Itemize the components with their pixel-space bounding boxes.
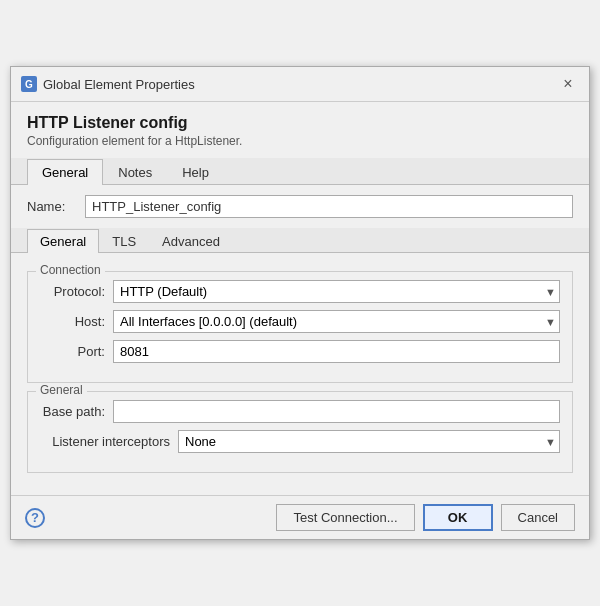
host-row: Host: All Interfaces [0.0.0.0] (default)…: [40, 310, 560, 333]
listener-interceptors-select-wrapper: None ▼: [178, 430, 560, 453]
listener-interceptors-label: Listener interceptors: [40, 434, 170, 449]
dialog-footer: ? Test Connection... OK Cancel: [11, 495, 589, 539]
base-path-label: Base path:: [40, 404, 105, 419]
dialog-subtitle: Configuration element for a HttpListener…: [27, 134, 573, 148]
dialog-heading: HTTP Listener config: [27, 114, 573, 132]
port-row: Port:: [40, 340, 560, 363]
host-select[interactable]: All Interfaces [0.0.0.0] (default): [113, 310, 560, 333]
inner-tab-advanced[interactable]: Advanced: [149, 229, 233, 253]
title-bar-text: Global Element Properties: [43, 77, 195, 92]
listener-interceptors-row: Listener interceptors None ▼: [40, 430, 560, 453]
footer-right: Test Connection... OK Cancel: [276, 504, 575, 531]
protocol-label: Protocol:: [40, 284, 105, 299]
port-label: Port:: [40, 344, 105, 359]
port-input[interactable]: [113, 340, 560, 363]
protocol-row: Protocol: HTTP (Default) ▼: [40, 280, 560, 303]
app-icon: G: [21, 76, 37, 92]
tab-notes[interactable]: Notes: [103, 159, 167, 185]
close-button[interactable]: ×: [557, 73, 579, 95]
help-icon-button[interactable]: ?: [25, 508, 45, 528]
tab-help[interactable]: Help: [167, 159, 224, 185]
protocol-select-wrapper: HTTP (Default) ▼: [113, 280, 560, 303]
host-label: Host:: [40, 314, 105, 329]
inner-tab-bar: General TLS Advanced: [11, 228, 589, 253]
footer-left: ?: [25, 508, 45, 528]
base-path-row: Base path:: [40, 400, 560, 423]
connection-group: Connection Protocol: HTTP (Default) ▼ Ho…: [27, 271, 573, 383]
protocol-select[interactable]: HTTP (Default): [113, 280, 560, 303]
inner-tab-general[interactable]: General: [27, 229, 99, 253]
outer-tab-bar: General Notes Help: [11, 158, 589, 185]
cancel-button[interactable]: Cancel: [501, 504, 575, 531]
inner-tab-tls[interactable]: TLS: [99, 229, 149, 253]
general-section-title: General: [36, 383, 87, 397]
test-connection-button[interactable]: Test Connection...: [276, 504, 414, 531]
dialog: G Global Element Properties × HTTP Liste…: [10, 66, 590, 540]
ok-button[interactable]: OK: [423, 504, 493, 531]
base-path-input[interactable]: [113, 400, 560, 423]
title-bar-left: G Global Element Properties: [21, 76, 195, 92]
dialog-body: HTTP Listener config Configuration eleme…: [11, 102, 589, 491]
title-bar: G Global Element Properties ×: [11, 67, 589, 102]
host-select-wrapper: All Interfaces [0.0.0.0] (default) ▼: [113, 310, 560, 333]
general-section: General Base path: Listener interceptors…: [27, 391, 573, 473]
tab-general[interactable]: General: [27, 159, 103, 185]
name-input[interactable]: [85, 195, 573, 218]
name-label: Name:: [27, 199, 77, 214]
listener-interceptors-select[interactable]: None: [178, 430, 560, 453]
panel-content: Connection Protocol: HTTP (Default) ▼ Ho…: [27, 253, 573, 483]
name-field-row: Name:: [27, 195, 573, 218]
connection-group-title: Connection: [36, 263, 105, 277]
